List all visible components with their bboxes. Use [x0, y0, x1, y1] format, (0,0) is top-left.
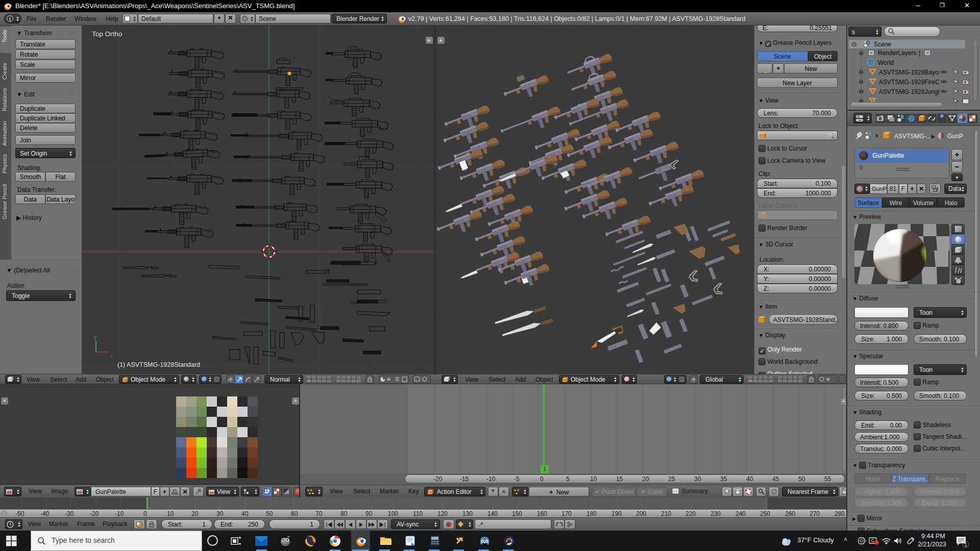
svg-text:x: x	[110, 353, 113, 359]
svg-text:▶: ▶	[931, 133, 936, 139]
svg-text:+: +	[427, 37, 430, 43]
svg-text:GunP: GunP	[947, 133, 963, 140]
svg-text:(1) ASVTSMG-1928Standard: (1) ASVTSMG-1928Standard	[117, 361, 200, 368]
svg-text:+: +	[439, 37, 442, 43]
svg-text:y: y	[94, 334, 97, 340]
svg-text:Top Ortho: Top Ortho	[92, 30, 122, 38]
svg-text:1: 1	[965, 542, 967, 547]
svg-text:ASVTSMG-...: ASVTSMG-...	[894, 133, 932, 140]
